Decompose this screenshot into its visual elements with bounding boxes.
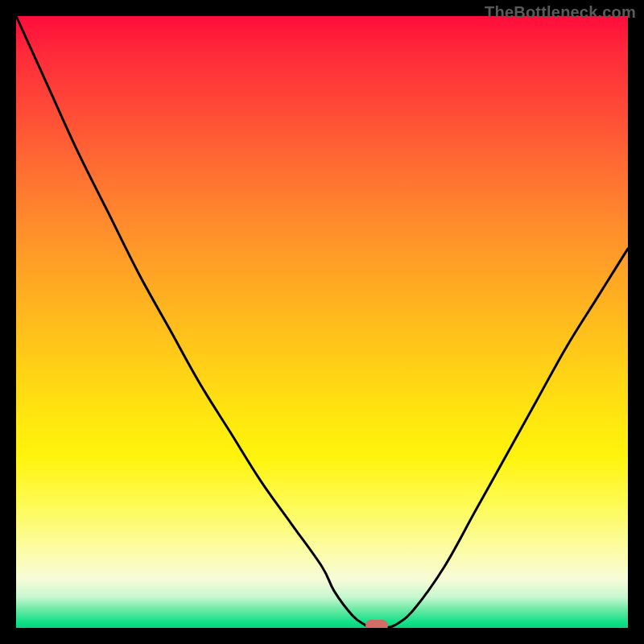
optimum-marker — [365, 620, 388, 628]
bottleneck-curve — [16, 16, 628, 628]
watermark-text: TheBottleneck.com — [485, 3, 636, 22]
curve-svg — [16, 16, 628, 628]
chart-frame: TheBottleneck.com — [0, 0, 644, 644]
plot-area — [16, 16, 628, 628]
